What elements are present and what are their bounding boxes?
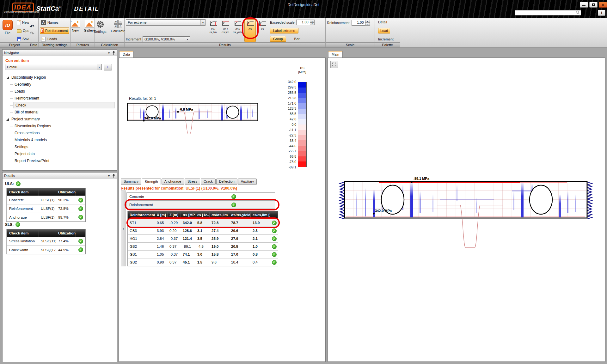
close-button[interactable]: ✕ [599, 2, 607, 8]
pin-icon[interactable] [112, 51, 115, 55]
column-header-x[interactable]: X [m] [155, 211, 168, 219]
table-row[interactable]: GB3 3.93 0.20 128.6 3.1 27.4 29.6 2.3 ✓ [128, 227, 278, 234]
tree-item-loads[interactable]: Loads [10, 88, 115, 95]
minimize-button[interactable] [580, 2, 588, 8]
tab-summary[interactable]: Summary [121, 179, 141, 185]
maximize-button[interactable] [589, 2, 598, 8]
section-label: Reinforcement [127, 203, 228, 207]
expanded-triangle-icon[interactable] [6, 76, 9, 79]
section-row-concrete[interactable]: Concrete ✓ [126, 192, 275, 201]
tree-item-check[interactable]: Check [10, 102, 115, 109]
settings-button[interactable]: Settings [93, 19, 108, 42]
bar-label: Bar [294, 37, 300, 41]
tab-crack[interactable]: Crack [201, 179, 216, 185]
for-extreme-value: For extreme [126, 21, 200, 24]
table-expander[interactable]: › [121, 191, 126, 266]
picture-new-button[interactable]: + New [69, 19, 81, 42]
table-row[interactable]: HG1 2.84 -0.37 121.4 3.5 25.9 27.9 2.1 ✓ [128, 234, 278, 242]
names-toggle[interactable]: A Names [40, 19, 69, 26]
tab-anchorage[interactable]: Anchorage [162, 179, 184, 185]
tree-item-bill-of-material[interactable]: Bill of material [10, 109, 115, 116]
details-header: Details ▾ [3, 173, 117, 179]
exceeded-scale-value[interactable]: 1.00 [296, 20, 310, 25]
result-ss-button[interactable]: σs [244, 19, 256, 42]
tree-item-reinforcement[interactable]: Reinforcement [10, 95, 115, 102]
search-input[interactable] [515, 11, 576, 15]
maximize-icon [592, 3, 595, 6]
stress-annotation-bottom: 342.0 MPa [375, 209, 392, 213]
column-header-reinforcement[interactable]: Reinforcement [128, 211, 155, 219]
redo-button[interactable]: ↷ [30, 32, 38, 36]
table-row[interactable]: GB2 0.90 0.37 45.1 1.5 9.6 10.4 0.4 ✓ [128, 258, 278, 266]
panel-menu-icon[interactable]: ▾ [106, 174, 112, 178]
tree-item-geometry[interactable]: Geometry [10, 81, 115, 88]
names-icon: A [41, 20, 46, 25]
spin-up-icon[interactable]: ▲ [310, 20, 315, 22]
minimize-icon [582, 5, 586, 6]
column-header-ss[interactable]: σs [MPa] [181, 211, 195, 219]
exceeded-scale-spinner[interactable]: 1.00 ▲▼ [296, 20, 315, 25]
column-header-eslim[interactable]: εs/εs,lim [%] [251, 211, 270, 219]
tab-data[interactable]: Data [119, 51, 133, 58]
status-check-icon: ✓ [78, 215, 83, 220]
calculate-button[interactable]: +− ×÷ Calculate [109, 19, 126, 42]
tab-main[interactable]: Main [328, 51, 343, 58]
result-ss-sslim-button[interactable]: σs /σs,lim [220, 19, 231, 42]
pin-icon[interactable] [112, 174, 115, 178]
reinforcement-scale-spinner[interactable]: 1.00 ▲▼ [352, 20, 370, 26]
current-item-select[interactable]: Detail1 ▼ [5, 64, 102, 70]
stress-annotation-top: -89.1 MPa [413, 177, 430, 180]
beam-drawing-data[interactable]: -6.8 MPa 342.0 MPa [127, 102, 263, 145]
result-es-button[interactable]: εs [257, 19, 268, 42]
loads-toggle[interactable]: L Loads [40, 36, 69, 42]
result-ss-ssyield-button[interactable]: σs /σs,yield [232, 19, 243, 42]
group-label-calculation: Calculation [95, 42, 124, 47]
tree-item-materials-models[interactable]: Materials & models [10, 136, 115, 143]
column-header-sslim[interactable]: σs/σs,lim [%] [210, 211, 229, 219]
tab-deflection[interactable]: Deflection [216, 179, 237, 185]
palette-increment-label: Increment [378, 36, 397, 42]
status-check-icon: ✓ [15, 222, 20, 227]
search-icon [576, 10, 580, 15]
table-row-st1[interactable]: ST1 0.65 -0.29 342.0 5.8 72.8 78.7 13.9 … [128, 219, 278, 227]
tab-strength[interactable]: Strength [142, 179, 161, 185]
undo-button[interactable]: ↶ [30, 25, 38, 29]
section-row-reinforcement[interactable]: Reinforcement ✓ [126, 201, 275, 209]
add-item-button[interactable]: + [104, 64, 112, 70]
table-row[interactable]: GB2 1.46 0.37 -89.1 -4.5 19.0 20.5 1.0 ✓ [128, 242, 278, 250]
reinforcement-scale-value[interactable]: 1.00 [352, 20, 365, 26]
expanded-triangle-icon[interactable] [6, 118, 9, 121]
tree-item-project-data[interactable]: Project data [10, 150, 115, 157]
tab-stress[interactable]: Stress [185, 179, 200, 185]
increment-select[interactable]: G100.0%, V100.0% ▼ [143, 36, 190, 42]
tree-node-project-summary[interactable]: Project summary [4, 116, 115, 123]
tab-auxiliary[interactable]: Auxiliary [238, 179, 257, 185]
column-header-es[interactable]: εs [1e-4] [195, 211, 210, 219]
data-panel: Results for: ST1 [119, 58, 326, 362]
results-for-label: Results for: ST1 [129, 96, 156, 101]
main-canvas[interactable]: -89.1 MPa 342.0 MPa [328, 58, 605, 361]
tree-node-discontinuity-region[interactable]: Discontinuity Region [4, 74, 115, 81]
label-extreme-toggle[interactable]: Label extreme [270, 28, 298, 33]
spin-down-icon[interactable]: ▼ [365, 23, 370, 26]
tree-item-discontinuity-regions[interactable]: Discontinuity Regions [10, 123, 115, 130]
spin-down-icon[interactable]: ▼ [310, 22, 315, 25]
search-box[interactable] [515, 10, 581, 15]
tree-item-cross-sections[interactable]: Cross-sections [10, 130, 115, 136]
fit-to-view-button[interactable] [330, 61, 338, 68]
palette-load-toggle[interactable]: Load [378, 28, 390, 33]
panel-menu-icon[interactable]: ▾ [106, 51, 112, 55]
spin-up-icon[interactable]: ▲ [365, 20, 370, 23]
ribbon-group-data: ↶ ↷ Data [29, 18, 39, 47]
column-header-z[interactable]: Z [m] [168, 211, 181, 219]
reinforcement-toggle[interactable]: R Reinforcement [40, 27, 69, 34]
result-es-eslim-button[interactable]: εs /εs,lim [207, 19, 219, 42]
tree-item-settings[interactable]: Settings [10, 143, 115, 150]
info-button[interactable]: i [598, 10, 605, 16]
group-toggle[interactable]: Group [270, 36, 286, 42]
file-button[interactable]: ID File [1, 19, 14, 42]
for-extreme-select[interactable]: For extreme ▼ [126, 19, 205, 26]
column-header-ssyield[interactable]: σs/σs,yield [%] [229, 211, 251, 219]
tree-item-report-preview-print[interactable]: Report Preview/Print [10, 157, 115, 164]
table-row[interactable]: GB1 1.05 -0.37 74.1 3.0 15.8 17.0 0.8 ✓ [128, 250, 278, 258]
